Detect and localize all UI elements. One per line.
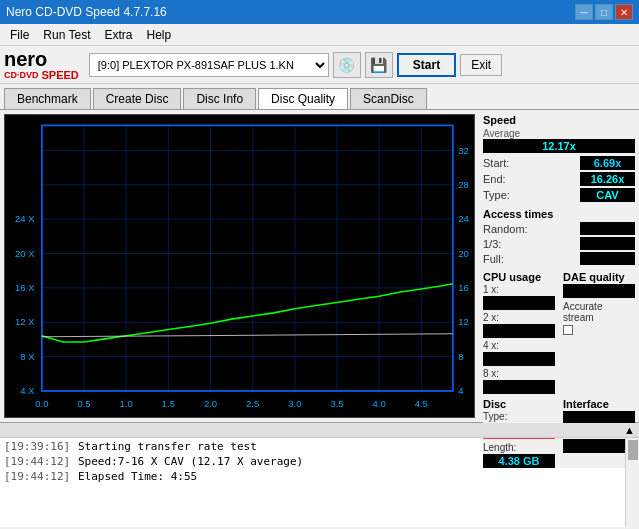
right-panel: Speed Average 12.17x Start: 6.69x End: 1… [479,110,639,422]
log-entry-1: [19:44:12] Speed:7-16 X CAV (12.17 X ave… [4,455,635,468]
dae-value [563,284,635,298]
svg-text:28: 28 [458,179,469,190]
cpu-4x-value [483,352,555,366]
svg-rect-0 [5,115,474,417]
accurate-stream-label: Accurate stream [563,301,635,323]
log-entry-0: [19:39:16] Starting transfer rate test [4,440,635,453]
speed-end-label: End: [483,173,506,185]
speed-average-label: Average [483,128,635,139]
access-full-value [580,252,635,265]
tab-bar: Benchmark Create Disc Disc Info Disc Qua… [0,84,639,110]
log-time-0: [19:39:16] [4,440,74,453]
disc-type-label: Type: [483,411,555,422]
svg-text:4.5: 4.5 [415,398,428,409]
log-scrollbar[interactable] [625,438,639,527]
svg-text:16: 16 [458,282,469,293]
maximize-button[interactable]: □ [595,4,613,20]
toolbar-icon-disc[interactable]: 💿 [333,52,361,78]
tab-scandisc[interactable]: ScanDisc [350,88,427,109]
exit-button[interactable]: Exit [460,54,502,76]
svg-text:20: 20 [458,248,469,259]
svg-text:12: 12 [458,316,469,327]
log-area: ▲ [19:39:16] Starting transfer rate test… [0,422,639,527]
menu-help[interactable]: Help [141,26,178,44]
log-entry-2: [19:44:12] Elapsed Time: 4:55 [4,470,635,483]
speed-average-value: 12.17x [483,139,635,153]
minimize-button[interactable]: ─ [575,4,593,20]
speed-start-label: Start: [483,157,509,169]
tab-create-disc[interactable]: Create Disc [93,88,182,109]
svg-text:3.0: 3.0 [288,398,301,409]
logo: nero CD·DVD SPEED [4,49,79,81]
access-random-value [580,222,635,235]
tab-disc-quality[interactable]: Disc Quality [258,88,348,109]
log-scroll-up[interactable]: ▲ [624,424,635,436]
svg-text:8: 8 [458,351,463,362]
access-times-title: Access times [483,208,635,220]
drive-select[interactable]: [9:0] PLEXTOR PX-891SAF PLUS 1.KN [89,53,329,77]
logo-text: nero CD·DVD SPEED [4,49,79,81]
svg-text:16 X: 16 X [15,282,35,293]
cpu-2x-value [483,324,555,338]
svg-text:32: 32 [458,145,469,156]
svg-text:2.0: 2.0 [204,398,217,409]
access-onethird-label: 1/3: [483,238,501,250]
close-button[interactable]: ✕ [615,4,633,20]
toolbar: nero CD·DVD SPEED [9:0] PLEXTOR PX-891SA… [0,46,639,84]
tab-disc-info[interactable]: Disc Info [183,88,256,109]
speed-type-value: CAV [580,188,635,202]
speed-end-value: 16.26x [580,172,635,186]
menu-extra[interactable]: Extra [98,26,138,44]
log-time-1: [19:44:12] [4,455,74,468]
title-bar: Nero CD-DVD Speed 4.7.7.16 ─ □ ✕ [0,0,639,24]
speed-start-value: 6.69x [580,156,635,170]
disc-title: Disc [483,398,555,410]
window-controls: ─ □ ✕ [575,4,633,20]
svg-text:0.5: 0.5 [77,398,90,409]
log-scroll-thumb[interactable] [628,440,638,460]
speed-section: Speed Average 12.17x Start: 6.69x End: 1… [483,114,635,204]
menu-file[interactable]: File [4,26,35,44]
accurate-stream-checkbox[interactable] [563,325,573,335]
cpu-usage-section: CPU usage 1 x: 2 x: 4 x: 8 x: DAE qualit… [483,271,635,394]
access-times-section: Access times Random: 1/3: Full: [483,208,635,267]
menu-run-test[interactable]: Run Test [37,26,96,44]
svg-text:3.5: 3.5 [330,398,343,409]
access-random-label: Random: [483,223,528,235]
svg-text:2.5: 2.5 [246,398,259,409]
speed-title: Speed [483,114,635,126]
cpu-title: CPU usage [483,271,555,283]
menu-bar: File Run Test Extra Help [0,24,639,46]
speed-type-label: Type: [483,189,510,201]
access-full-label: Full: [483,253,504,265]
svg-text:4 X: 4 X [20,385,35,396]
svg-text:12 X: 12 X [15,316,35,327]
svg-text:1.0: 1.0 [120,398,133,409]
app-title: Nero CD-DVD Speed 4.7.7.16 [6,5,167,19]
log-msg-2: Elapsed Time: 4:55 [78,470,197,483]
cpu-1x-value [483,296,555,310]
svg-text:0.0: 0.0 [35,398,48,409]
log-time-2: [19:44:12] [4,470,74,483]
cpu-8x-label: 8 x: [483,368,555,379]
svg-text:4.0: 4.0 [373,398,386,409]
cpu-8x-value [483,380,555,394]
access-onethird-value [580,237,635,250]
svg-text:20 X: 20 X [15,248,35,259]
svg-text:4: 4 [458,385,463,396]
log-msg-1: Speed:7-16 X CAV (12.17 X average) [78,455,303,468]
svg-text:8 X: 8 X [20,351,35,362]
interface-title: Interface [563,398,635,410]
svg-text:1.5: 1.5 [162,398,175,409]
start-button[interactable]: Start [397,53,456,77]
cpu-1x-label: 1 x: [483,284,555,295]
svg-text:24 X: 24 X [15,213,35,224]
cpu-2x-label: 2 x: [483,312,555,323]
log-msg-0: Starting transfer rate test [78,440,257,453]
toolbar-icon-save[interactable]: 💾 [365,52,393,78]
cpu-4x-label: 4 x: [483,340,555,351]
log-header: ▲ [0,423,639,438]
chart-area: 4 X 8 X 12 X 16 X 20 X 24 X 4 8 12 16 20… [4,114,475,418]
tab-benchmark[interactable]: Benchmark [4,88,91,109]
chart-svg: 4 X 8 X 12 X 16 X 20 X 24 X 4 8 12 16 20… [5,115,474,417]
